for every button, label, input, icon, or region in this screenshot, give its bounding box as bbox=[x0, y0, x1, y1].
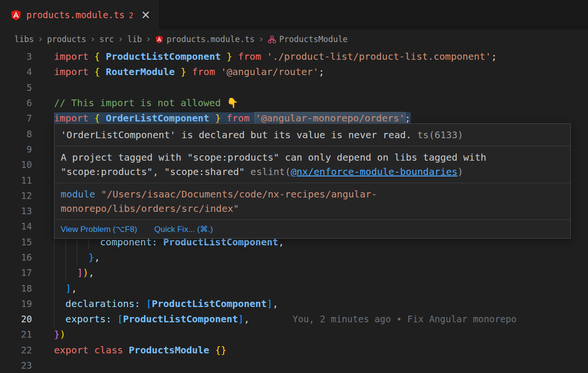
code-line-4[interactable]: 4import { RouterModule } from '@angular/… bbox=[0, 64, 588, 79]
hover-module-info: module "/Users/isaac/Documents/code/nx-r… bbox=[54, 183, 570, 220]
line-number[interactable]: 20 bbox=[0, 314, 48, 324]
code-token: ) bbox=[60, 329, 65, 340]
code-text bbox=[48, 220, 54, 232]
code-line-20[interactable]: 20 exports: [ProductListComponent],You, … bbox=[0, 311, 588, 327]
line-number[interactable]: 23 bbox=[0, 360, 48, 371]
code-line-19[interactable]: 19 declarations: [ProductListComponent], bbox=[0, 296, 588, 311]
tab-problems-badge: 2 bbox=[129, 10, 133, 20]
code-text bbox=[48, 190, 54, 201]
line-number[interactable]: 5 bbox=[0, 82, 48, 93]
line-number[interactable]: 14 bbox=[0, 221, 48, 231]
code-token: OrderListComponent bbox=[106, 112, 209, 124]
code-text: }) bbox=[48, 329, 65, 340]
eslint-scopes: "scope:products", "scope:shared" bbox=[61, 166, 245, 177]
line-number[interactable]: 21 bbox=[0, 329, 48, 340]
code-line-16[interactable]: 16 }, bbox=[0, 250, 588, 265]
code-token: ] bbox=[65, 283, 71, 294]
code-line-18[interactable]: 18 ], bbox=[0, 280, 588, 296]
line-number[interactable]: 16 bbox=[0, 252, 48, 263]
eslint-message-line1: A project tagged with "scope:products" c… bbox=[61, 150, 564, 165]
code-token: [ bbox=[117, 313, 123, 325]
angular-icon bbox=[11, 10, 21, 21]
hover-ts-diagnostic: 'OrderListComponent' is declared but its… bbox=[54, 124, 570, 146]
code-line-6[interactable]: 6// This import is not allowed 👇 bbox=[0, 95, 588, 110]
code-token: '@angular-monorepo/orders' bbox=[255, 112, 405, 124]
code-text bbox=[48, 175, 54, 186]
code-token: , bbox=[88, 267, 94, 278]
view-problem-action[interactable]: View Problem (⌥F8) bbox=[61, 224, 137, 234]
code-token: ProductListComponent bbox=[106, 51, 221, 62]
indent-guide bbox=[54, 234, 54, 327]
indent-guide bbox=[77, 234, 77, 265]
breadcrumb-item-src[interactable]: src bbox=[99, 34, 114, 44]
breadcrumb-item-libs[interactable]: libs bbox=[14, 34, 34, 44]
code-token: } bbox=[175, 66, 186, 77]
breadcrumb-label: src bbox=[99, 34, 114, 44]
code-token: ProductListComponent bbox=[123, 313, 238, 325]
code-line-3[interactable]: 3import { ProductListComponent } from '.… bbox=[0, 49, 588, 64]
breadcrumb-item-products.module.ts[interactable]: products.module.ts bbox=[155, 34, 255, 44]
line-number[interactable]: 8 bbox=[0, 129, 48, 139]
line-number[interactable]: 9 bbox=[0, 144, 48, 154]
breadcrumb-item-productsmodule[interactable]: ProductsModule bbox=[268, 34, 348, 44]
code-token: ] bbox=[77, 267, 83, 278]
line-number[interactable]: 12 bbox=[0, 190, 48, 201]
code-token bbox=[54, 313, 65, 325]
line-number[interactable]: 17 bbox=[0, 267, 48, 278]
code-text bbox=[48, 128, 54, 140]
pointing-down-emoji: 👇 bbox=[226, 97, 238, 109]
quick-fix-action[interactable]: Quick Fix... (⌘.) bbox=[154, 224, 213, 234]
breadcrumb-label: libs bbox=[14, 34, 34, 44]
code-token: import bbox=[54, 112, 94, 124]
hover-popup: 'OrderListComponent' is declared but its… bbox=[54, 123, 571, 239]
code-line-5[interactable]: 5 bbox=[0, 80, 588, 95]
code-text: import { ProductListComponent } from './… bbox=[48, 51, 497, 62]
module-icon bbox=[268, 35, 276, 44]
line-number[interactable]: 19 bbox=[0, 298, 48, 309]
code-line-21[interactable]: 21}) bbox=[0, 327, 588, 342]
code-line-22[interactable]: 22export class ProductsModule {} bbox=[0, 342, 588, 358]
breadcrumb-item-products[interactable]: products bbox=[47, 34, 86, 44]
code-token: RouterModule bbox=[106, 66, 175, 77]
code-token: [ bbox=[146, 298, 152, 309]
diagnostic-message: 'OrderListComponent' is declared but its… bbox=[61, 129, 412, 141]
tab-title: products.module.ts bbox=[26, 10, 125, 20]
close-icon[interactable]: × bbox=[141, 9, 150, 21]
tab-products-module-ts[interactable]: products.module.ts 2 × bbox=[0, 0, 159, 30]
line-number[interactable]: 18 bbox=[0, 283, 48, 294]
code-token: import bbox=[54, 66, 94, 77]
eslint-rule-link[interactable]: @nx/enforce-module-boundaries bbox=[291, 166, 458, 177]
code-token: { bbox=[94, 66, 106, 77]
diagnostic-source: ts(6133) bbox=[417, 129, 463, 141]
code-token: './product-list/product-list.component' bbox=[267, 51, 492, 62]
code-text: exports: [ProductListComponent],You, 2 m… bbox=[48, 313, 516, 325]
code-text bbox=[48, 143, 54, 155]
code-text: export class ProductsModule {} bbox=[48, 344, 226, 356]
line-number[interactable]: 3 bbox=[0, 51, 48, 62]
code-token: from bbox=[221, 112, 255, 124]
code-editor: 3import { ProductListComponent } from '.… bbox=[0, 49, 588, 373]
code-token: ; bbox=[405, 112, 411, 124]
code-text: import { OrderListComponent } from '@ang… bbox=[48, 112, 411, 124]
line-number[interactable]: 4 bbox=[0, 66, 48, 77]
line-number[interactable]: 15 bbox=[0, 237, 48, 247]
code-text bbox=[48, 205, 54, 217]
code-token: // This import is not allowed bbox=[54, 97, 226, 109]
line-number[interactable]: 11 bbox=[0, 175, 48, 186]
code-line-17[interactable]: 17 ]), bbox=[0, 265, 588, 280]
code-token: } bbox=[221, 51, 232, 62]
breadcrumb-label: lib bbox=[127, 34, 142, 44]
breadcrumb-item-lib[interactable]: lib bbox=[127, 34, 142, 44]
code-line-23[interactable]: 23 bbox=[0, 358, 588, 373]
breadcrumb-separator-icon: › bbox=[119, 33, 123, 44]
code-token: exports: bbox=[65, 313, 111, 325]
code-token bbox=[140, 298, 146, 309]
line-number[interactable]: 7 bbox=[0, 113, 48, 123]
line-number[interactable]: 10 bbox=[0, 159, 48, 170]
line-number[interactable]: 22 bbox=[0, 345, 48, 355]
code-text: }, bbox=[48, 252, 100, 263]
line-number[interactable]: 13 bbox=[0, 206, 48, 216]
line-number[interactable]: 6 bbox=[0, 98, 48, 108]
code-token: ] bbox=[267, 298, 273, 309]
eslint-source-suffix: ) bbox=[458, 166, 463, 177]
